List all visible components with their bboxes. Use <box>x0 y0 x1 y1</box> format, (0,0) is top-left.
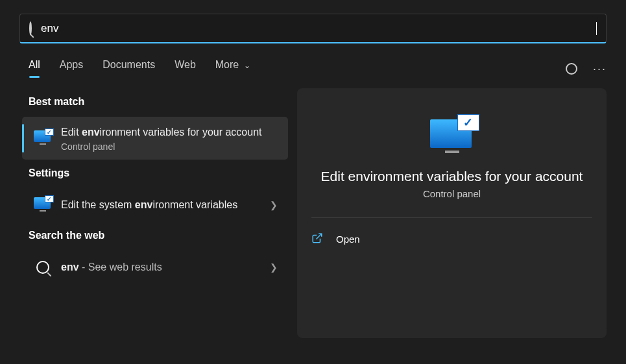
text-caret <box>596 22 597 35</box>
open-external-icon <box>311 232 323 246</box>
result-subtitle: Control panel <box>61 141 278 152</box>
preview-title: Edit environment variables for your acco… <box>311 169 592 184</box>
tab-all[interactable]: All <box>29 59 40 78</box>
divider <box>311 217 592 218</box>
preview-subtitle: Control panel <box>311 188 592 199</box>
open-action[interactable]: Open <box>311 228 592 250</box>
chevron-right-icon: ❯ <box>270 200 278 210</box>
section-best-match: Best match <box>22 88 288 117</box>
tab-documents[interactable]: Documents <box>102 59 155 78</box>
result-best-match[interactable]: ✓ Edit environment variables for your ac… <box>22 117 288 160</box>
search-icon <box>29 23 32 34</box>
search-box[interactable] <box>19 14 607 43</box>
search-icon <box>34 258 52 276</box>
tab-apps[interactable]: Apps <box>60 59 83 78</box>
more-options-button[interactable]: ··· <box>593 63 607 75</box>
results-panel: Best match ✓ Edit environment variables … <box>22 88 288 338</box>
result-settings[interactable]: ✓ Edit the system environment variables … <box>22 188 288 222</box>
section-search-web: Search the web <box>22 222 288 250</box>
section-settings: Settings <box>22 160 288 188</box>
control-panel-icon: ✓ <box>34 196 52 214</box>
control-panel-icon: ✓ <box>34 129 52 147</box>
preview-panel: ✓ Edit environment variables for your ac… <box>297 88 607 338</box>
chevron-down-icon: ⌄ <box>241 61 250 70</box>
result-title: Edit environment variables for your acco… <box>61 125 278 140</box>
chevron-right-icon: ❯ <box>270 262 278 273</box>
result-title: env - See web results <box>61 260 261 275</box>
tab-web[interactable]: Web <box>175 59 196 78</box>
tab-more[interactable]: More ⌄ <box>215 59 250 78</box>
preview-icon: ✓ <box>311 104 592 169</box>
filter-tabs: All Apps Documents Web More ⌄ <box>29 59 250 78</box>
cortana-icon[interactable] <box>566 63 577 75</box>
result-web[interactable]: env - See web results ❯ <box>22 250 288 284</box>
action-label: Open <box>336 234 360 245</box>
result-title: Edit the system environment variables <box>61 197 261 213</box>
search-input[interactable] <box>41 22 596 35</box>
